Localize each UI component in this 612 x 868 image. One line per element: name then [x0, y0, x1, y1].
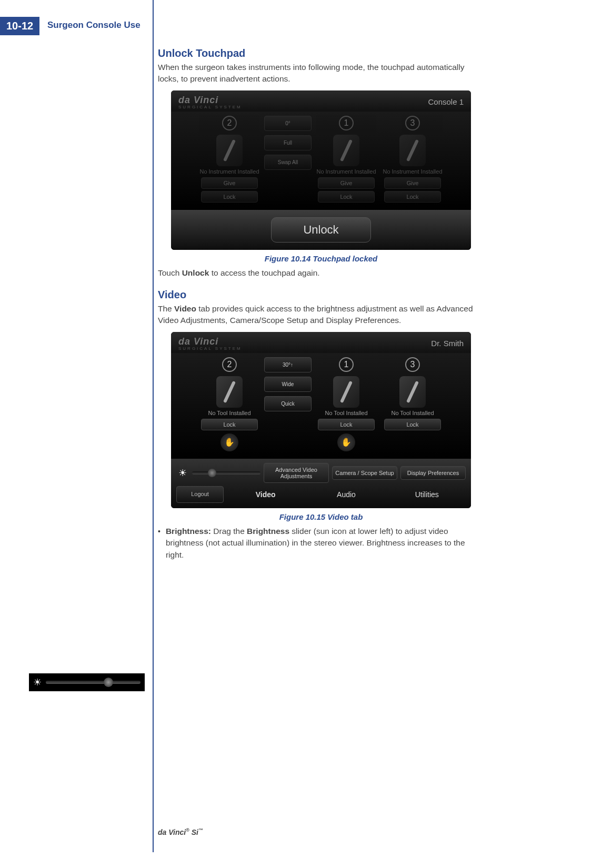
instrument-icon — [399, 376, 426, 408]
text: Touch — [158, 268, 182, 277]
lock-button[interactable]: Lock — [318, 191, 375, 203]
center-col: 30°↑ Wide Quick — [264, 357, 312, 451]
advanced-video-button[interactable]: Advanced Video Adjustments — [264, 463, 329, 483]
angle-button[interactable]: 0° — [264, 116, 312, 131]
arm-number-1: 1 — [339, 357, 354, 372]
davinci-logo-sub: SURGICAL SYSTEM — [178, 105, 242, 109]
bold-brightness: Brightness — [247, 527, 289, 536]
paragraph-touch-unlock: Touch Unlock to access the touchpad agai… — [158, 267, 484, 279]
vertical-rule — [153, 0, 154, 852]
arm-status: No Tool Installed — [391, 410, 434, 417]
tabs-row: Logout Video Audio Utilities — [176, 486, 466, 503]
brightness-icon: ☀ — [33, 677, 42, 688]
paragraph-unlock-intro: When the surgeon takes instruments into … — [158, 62, 484, 85]
give-button[interactable]: Give — [201, 177, 258, 189]
instrument-icon — [333, 376, 359, 408]
arm-col-3: 3 No Tool Installed Lock — [381, 357, 444, 451]
heading-video: Video — [158, 289, 484, 301]
hand-icon[interactable]: ✋ — [220, 433, 238, 451]
lock-button[interactable]: Lock — [318, 419, 375, 430]
hand-icon[interactable]: ✋ — [337, 433, 355, 451]
bold-unlock: Unlock — [182, 268, 209, 277]
bold-video: Video — [174, 304, 196, 313]
arm-status: No Instrument Installed — [316, 168, 376, 175]
arm-status: No Instrument Installed — [199, 168, 259, 175]
wide-button[interactable]: Wide — [264, 377, 312, 392]
center-col: 0° Full Swap All — [264, 116, 312, 203]
bullet-text: Brightness: Drag the Brightness slider (… — [166, 526, 484, 561]
give-button[interactable]: Give — [318, 177, 375, 189]
instrument-icon — [216, 135, 243, 166]
brightness-slider[interactable] — [46, 681, 141, 684]
bullet-label: Brightness: — [166, 527, 211, 536]
ss2-header: da Vinci SURGICAL SYSTEM Dr. Smith — [171, 332, 471, 353]
arm-status: No Tool Installed — [208, 410, 250, 417]
caption-figure-10-15: Figure 10.15 Video tab — [158, 512, 484, 521]
ss1-body: 2 No Instrument Installed Give Lock 0° F… — [171, 112, 471, 210]
figure-video-tab: da Vinci SURGICAL SYSTEM Dr. Smith 2 No … — [171, 332, 471, 508]
tab-utilities[interactable]: Utilities — [388, 486, 466, 503]
main-content: Unlock Touchpad When the surgeon takes i… — [158, 47, 484, 561]
ss2-body: 2 No Tool Installed Lock ✋ 30°↑ Wide Qui… — [171, 353, 471, 459]
instrument-icon — [216, 376, 243, 408]
page-number-badge: 10-12 — [0, 17, 39, 35]
paragraph-video-intro: The Video tab provides quick access to t… — [158, 303, 484, 327]
console-label: Console 1 — [428, 97, 464, 106]
bullet-marker: • — [158, 526, 160, 561]
unlock-button[interactable]: Unlock — [271, 217, 370, 243]
arm-number-3: 3 — [405, 357, 420, 372]
arm-col-2: 2 No Tool Installed Lock ✋ — [198, 357, 261, 451]
lock-button[interactable]: Lock — [384, 419, 441, 430]
text: tab provides quick access to the brightn… — [158, 304, 473, 325]
caption-figure-10-14: Figure 10.14 Touchpad locked — [158, 254, 484, 263]
ss1-header: da Vinci SURGICAL SYSTEM Console 1 — [171, 90, 471, 112]
instrument-icon — [399, 135, 426, 166]
brightness-slider[interactable] — [192, 471, 260, 475]
angle-button[interactable]: 30°↑ — [264, 357, 312, 372]
instrument-icon — [333, 135, 359, 166]
footer-brand: da Vinci® Si™ — [158, 827, 203, 836]
swap-all-button[interactable]: Swap All — [264, 155, 312, 170]
heading-unlock-touchpad: Unlock Touchpad — [158, 47, 484, 59]
logout-button[interactable]: Logout — [176, 486, 224, 503]
davinci-logo: da Vinci — [178, 336, 218, 347]
lock-button[interactable]: Lock — [384, 191, 441, 203]
tm-mark: ™ — [198, 827, 203, 833]
arm-col-2: 2 No Instrument Installed Give Lock — [198, 116, 261, 203]
full-button[interactable]: Full — [264, 135, 312, 150]
text: The — [158, 304, 174, 313]
footer-model: Si — [192, 828, 198, 836]
arm-number-1: 1 — [339, 116, 354, 130]
arm-status: No Tool Installed — [325, 410, 367, 417]
lock-button[interactable]: Lock — [201, 419, 258, 430]
figure-touchpad-locked: da Vinci SURGICAL SYSTEM Console 1 2 No … — [171, 90, 471, 250]
give-button[interactable]: Give — [384, 177, 441, 189]
arm-number-3: 3 — [405, 116, 420, 130]
brightness-thumb[interactable] — [208, 469, 216, 477]
arm-col-3: 3 No Instrument Installed Give Lock — [381, 116, 444, 203]
user-label: Dr. Smith — [431, 339, 464, 348]
quick-button[interactable]: Quick — [264, 396, 312, 411]
arm-number-2: 2 — [222, 357, 237, 372]
ss1-logo: da Vinci SURGICAL SYSTEM — [178, 95, 242, 109]
ss2-logo: da Vinci SURGICAL SYSTEM — [178, 336, 242, 351]
brightness-icon: ☀ — [176, 467, 189, 479]
tab-video[interactable]: Video — [227, 486, 304, 503]
reg-mark: ® — [186, 827, 189, 833]
tab-audio[interactable]: Audio — [307, 486, 385, 503]
lock-button[interactable]: Lock — [201, 191, 258, 203]
display-prefs-button[interactable]: Display Preferences — [400, 466, 466, 480]
brightness-thumb[interactable] — [104, 678, 113, 687]
arm-status: No Instrument Installed — [383, 168, 442, 175]
text: Drag the — [211, 527, 247, 536]
davinci-logo: da Vinci — [178, 95, 218, 105]
arm-col-1: 1 No Tool Installed Lock ✋ — [315, 357, 378, 451]
arm-col-1: 1 No Instrument Installed Give Lock — [315, 116, 378, 203]
chapter-title: Surgeon Console Use — [47, 20, 141, 31]
brightness-row: ☀ Advanced Video Adjustments Camera / Sc… — [176, 463, 466, 483]
davinci-logo-sub: SURGICAL SYSTEM — [178, 346, 242, 351]
margin-brightness-slider: ☀ — [29, 673, 145, 691]
footer-davinci: da Vinci — [158, 828, 186, 836]
camera-scope-button[interactable]: Camera / Scope Setup — [332, 466, 397, 480]
text: to access the touchpad again. — [209, 268, 319, 277]
